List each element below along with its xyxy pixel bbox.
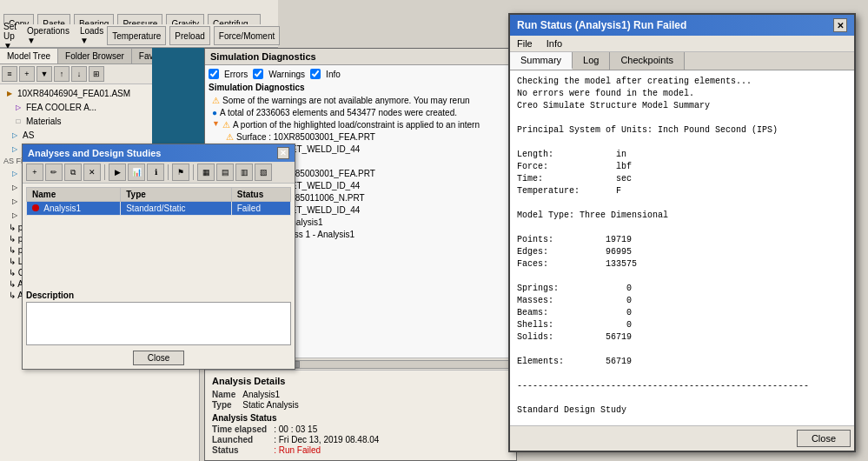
modal-title: Run Status (Analysis1) Run Failed: [517, 19, 686, 31]
diag-info1-text: A total of 2336063 elements and 543477 n…: [220, 107, 457, 118]
analyses-btn-display2[interactable]: ▤: [216, 164, 234, 181]
col-header-type: Type: [121, 188, 232, 202]
description-container: Description Close: [23, 287, 295, 369]
tree-toolbar-btn-2[interactable]: +: [19, 66, 35, 82]
analyses-btn-delete[interactable]: ✕: [83, 164, 101, 181]
analyses-btn-flag[interactable]: ⚑: [172, 164, 189, 181]
tree-toolbar-btn-5[interactable]: ↓: [71, 66, 87, 82]
tree-10-icon: ▷: [9, 181, 21, 193]
tree-item-asm-label: 10XR84046904_FEA01.ASM: [17, 89, 130, 98]
toolbar-btn-temperature[interactable]: Temperature: [107, 26, 166, 45]
analyses-btn-new[interactable]: +: [26, 164, 43, 181]
warning-icon-group: ⚠: [222, 119, 230, 130]
tree-toolbar-btn-1[interactable]: ≡: [2, 66, 17, 82]
info-label: Info: [326, 70, 341, 79]
row-status: Failed: [231, 202, 290, 216]
analyses-toolbar-sep1: [104, 164, 105, 180]
analyses-btn-status[interactable]: ℹ: [147, 164, 164, 181]
analyses-btn-results[interactable]: 📊: [128, 164, 145, 181]
info-checkbox[interactable]: [310, 69, 321, 79]
tree-toolbar-btn-4[interactable]: ↑: [54, 66, 70, 82]
errors-label: Errors: [224, 70, 248, 79]
warnings-label: Warnings: [268, 70, 305, 79]
modal-footer-close-btn[interactable]: Close: [797, 430, 851, 447]
analyses-btn-copy[interactable]: ⧉: [64, 164, 82, 181]
analysis-status-grid: Time elapsed : 00 : 03 15 Launched : Fri…: [212, 424, 509, 455]
materials-icon: □: [12, 115, 24, 127]
toolbar-btn-force-moment[interactable]: Force/Moment: [214, 26, 280, 45]
tab-log[interactable]: Log: [573, 52, 610, 70]
analyses-toolbar: + ✏ ⧉ ✕ ▶ 📊 ℹ ⚑ ▦ ▤ ▥ ▧: [23, 162, 295, 184]
status-dot: [32, 204, 39, 211]
details-status-label: Status: [212, 445, 267, 455]
details-launched-value: : Fri Dec 13, 2019 08.48.04: [274, 435, 509, 444]
run-status-modal: Run Status (Analysis1) Run Failed ✕ File…: [508, 13, 856, 452]
info-icon-1: ●: [212, 107, 217, 118]
diag-warning-group-text: A portion of the highlighted load/constr…: [233, 119, 480, 130]
analysis-status-title: Analysis Status: [212, 413, 509, 423]
analysis-details: Analysis Details Name Analysis1 Type Sta…: [205, 370, 516, 460]
col-header-status: Status: [231, 188, 290, 202]
analyses-panel-titlebar: Analyses and Design Studies ✕: [23, 144, 295, 162]
description-textarea[interactable]: [26, 302, 291, 345]
modal-footer: Close: [510, 425, 854, 451]
details-time-value: : 00 : 03 15: [274, 424, 509, 434]
tab-checkpoints[interactable]: Checkpoints: [610, 52, 685, 70]
as1-icon: ▷: [9, 129, 21, 141]
expand-triangle[interactable]: ▼: [212, 119, 220, 130]
modal-menu-file[interactable]: File: [515, 37, 534, 50]
col-header-name: Name: [27, 188, 121, 202]
analyses-toolbar-sep3: [193, 164, 194, 180]
tab-model-tree[interactable]: Model Tree: [0, 49, 58, 63]
tree-fil-icon: ▷: [9, 209, 21, 221]
analyses-panel-close[interactable]: ✕: [277, 147, 289, 159]
analyses-btn-display3[interactable]: ▥: [235, 164, 253, 181]
details-time-label: Time elapsed: [212, 424, 267, 434]
as3-icon: ▷: [9, 167, 21, 179]
diag-item-warning-group: ▼ ⚠ A portion of the highlighted load/co…: [209, 119, 513, 130]
analyses-btn-run[interactable]: ▶: [109, 164, 126, 181]
description-label: Description: [26, 291, 291, 300]
tab-summary[interactable]: Summary: [510, 52, 573, 70]
tree-toolbar-btn-3[interactable]: ▼: [36, 66, 52, 82]
diag-warning1-text: Some of the warnings are not available a…: [222, 95, 470, 106]
modal-menu-info[interactable]: Info: [545, 37, 564, 50]
diag-item-warning1: ⚠ Some of the warnings are not available…: [209, 95, 513, 106]
asm-icon: ▶: [3, 87, 16, 99]
analyses-table-container: Name Type Status Analysis1 Standard/Stat…: [23, 184, 295, 219]
tree-item-fea-label: FEA COOLER A...: [26, 103, 96, 112]
table-row[interactable]: Analysis1 Standard/Static Failed: [27, 202, 291, 216]
diag-sub-item-1: ⚠ Surface : 10XR85003001_FEA.PRT: [222, 131, 513, 143]
details-name-value: Analysis1: [242, 390, 509, 399]
analyses-panel: Analyses and Design Studies ✕ + ✏ ⧉ ✕ ▶ …: [22, 144, 295, 370]
warning-icon-1: ⚠: [212, 95, 220, 106]
tab-folder-browser[interactable]: Folder Browser: [58, 49, 132, 63]
analyses-table: Name Type Status Analysis1 Standard/Stat…: [26, 187, 291, 216]
toolbar-btn-preload[interactable]: Preload: [169, 26, 209, 45]
diag-filter-row: Errors Warnings Info: [209, 69, 513, 79]
tree-item-materials-label: Materials: [26, 117, 62, 126]
errors-checkbox[interactable]: [209, 69, 219, 79]
tree-item-as1-label: AS: [23, 130, 34, 140]
analysis-details-grid: Name Analysis1 Type Static Analysis: [212, 390, 509, 410]
tree-item-p3-label: ↳ p: [9, 245, 23, 255]
fea-icon: ▷: [12, 101, 24, 113]
tree-sa-icon: ▷: [9, 195, 21, 207]
warnings-checkbox[interactable]: [253, 69, 263, 79]
analyses-btn-display1[interactable]: ▦: [197, 164, 215, 181]
details-launched-label: Launched: [212, 435, 267, 444]
diag-item-info1: ● A total of 2336063 elements and 543477…: [209, 107, 513, 118]
analyses-btn-edit[interactable]: ✏: [45, 164, 63, 181]
setup-label: Set Up ▼: [3, 22, 17, 50]
sim-diag-titlebar: Simulation Diagnostics: [205, 49, 516, 65]
tree-toolbar-btn-6[interactable]: ⊞: [89, 66, 104, 82]
analyses-toolbar-sep2: [168, 164, 169, 180]
modal-close-btn[interactable]: ✕: [833, 18, 847, 32]
row-type: Standard/Static: [121, 202, 232, 216]
modal-summary-content: Checking the model after creating elemen…: [510, 70, 854, 425]
warning-icon-sub1: ⚠: [226, 131, 234, 143]
modal-titlebar: Run Status (Analysis1) Run Failed ✕: [510, 15, 854, 36]
analyses-close-button[interactable]: Close: [133, 351, 185, 365]
as2-icon: ▷: [9, 143, 21, 155]
analyses-btn-display4[interactable]: ▧: [255, 164, 272, 181]
